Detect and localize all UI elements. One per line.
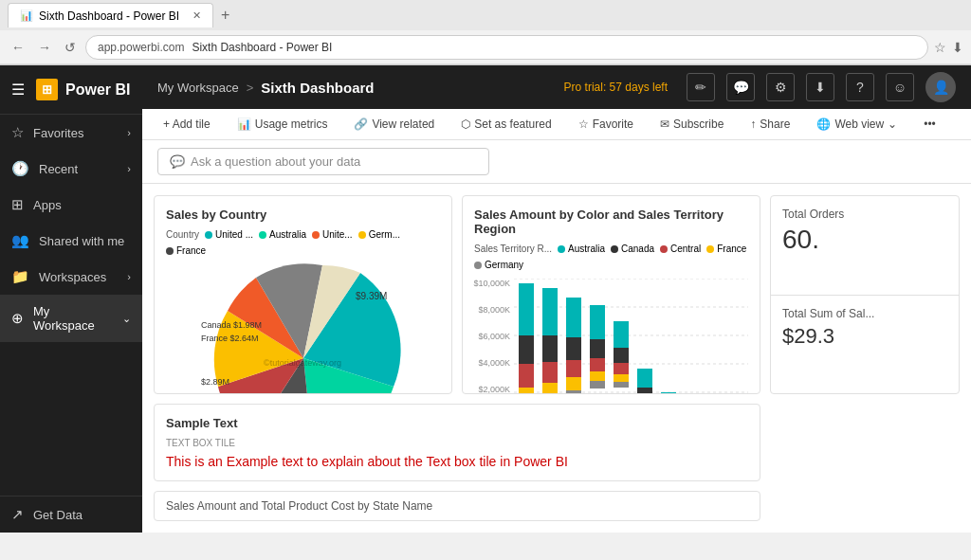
address-bar[interactable]: app.powerbi.com Sixth Dashboard - Power … xyxy=(85,35,928,60)
breadcrumb-separator: > xyxy=(247,81,254,95)
total-orders-value: 60. xyxy=(782,225,947,255)
forward-button[interactable]: → xyxy=(34,36,55,59)
svg-rect-28 xyxy=(590,305,605,339)
browser-controls: ← → ↺ app.powerbi.com Sixth Dashboard - … xyxy=(0,30,971,64)
svg-rect-36 xyxy=(614,374,629,382)
sidebar-item-getdata[interactable]: ↗ Get Data xyxy=(0,496,142,533)
svg-text:$2.89M: $2.89M xyxy=(201,377,229,387)
favorites-icon: ☆ xyxy=(11,124,24,141)
bottom-chart-title: Sales Amount and Total Product Cost by S… xyxy=(166,499,432,513)
svg-text:©tutorialgateway.org: ©tutorialgateway.org xyxy=(264,358,341,368)
tab-title: Sixth Dashboard - Power BI xyxy=(39,9,179,23)
svg-rect-38 xyxy=(637,369,652,388)
sidebar-item-favorites[interactable]: ☆ Favorites › xyxy=(0,115,142,151)
bar-chart-tile: Sales Amount by Color and Sales Territor… xyxy=(462,195,760,394)
sidebar-item-workspaces[interactable]: 📁 Workspaces › xyxy=(0,259,142,295)
tab-close-button[interactable]: ✕ xyxy=(192,9,201,22)
share-button[interactable]: ↑ Share xyxy=(744,115,796,134)
url-domain: app.powerbi.com xyxy=(98,41,184,54)
svg-rect-35 xyxy=(614,363,629,374)
sidebar-item-shared[interactable]: 👥 Shared with me xyxy=(0,223,142,259)
qa-input[interactable]: 💬 Ask a question about your data xyxy=(157,148,489,175)
view-related-button[interactable]: 🔗 View related xyxy=(348,115,440,134)
subscribe-button[interactable]: ✉ Subscribe xyxy=(654,115,729,134)
bottom-chart-title-tile: Sales Amount and Total Product Cost by S… xyxy=(154,491,760,521)
chevron-icon: ⌄ xyxy=(122,313,131,325)
legend-item-france: France xyxy=(166,245,206,256)
usage-metrics-button[interactable]: 📊 Usage metrics xyxy=(231,115,334,134)
refresh-button[interactable]: ↺ xyxy=(61,36,80,59)
feedback-button[interactable]: ☺ xyxy=(886,73,914,101)
new-tab-button[interactable]: + xyxy=(217,7,233,24)
active-tab[interactable]: 📊 Sixth Dashboard - Power BI ✕ xyxy=(8,3,213,27)
comment-button[interactable]: 💬 xyxy=(726,73,755,101)
hamburger-menu[interactable]: ☰ xyxy=(8,77,28,102)
pie-chart-visual: $9.39M Australia $9.06M Canada $1.98M Fr… xyxy=(166,263,440,394)
download-button[interactable]: ⬇ xyxy=(952,40,963,55)
svg-rect-25 xyxy=(566,360,581,377)
dashboard-toolbar: + Add tile 📊 Usage metrics 🔗 View relate… xyxy=(142,109,971,140)
sidebar-item-myworkspace[interactable]: ⊕ My Workspace ⌄ xyxy=(0,295,142,342)
svg-rect-37 xyxy=(614,382,629,388)
favorite-button[interactable]: ☆ Favorite xyxy=(573,115,639,134)
bar-chart-area: $10,000K $8,000K $6,000K $4,000K $2,000K… xyxy=(474,274,748,394)
svg-rect-13 xyxy=(519,283,534,335)
getdata-icon: ↗ xyxy=(11,506,24,523)
sidebar-item-recent[interactable]: 🕐 Recent › xyxy=(0,151,142,187)
svg-rect-39 xyxy=(637,388,652,394)
pie-chart-tile: Sales by Country Country United ... Aust… xyxy=(154,195,452,394)
bar-legend: Sales Territory R... Australia Canada Ce… xyxy=(474,244,748,270)
pie-legend: Country United ... Australia Unite... Ge… xyxy=(166,229,440,256)
svg-rect-18 xyxy=(542,288,558,335)
legend-france-bar: France xyxy=(706,244,746,254)
breadcrumb-workspace[interactable]: My Workspace xyxy=(157,81,239,95)
svg-rect-43 xyxy=(661,392,676,394)
add-tile-button[interactable]: + Add tile xyxy=(157,115,216,134)
legend-item-australia: Australia xyxy=(259,229,306,240)
web-icon: 🌐 xyxy=(816,117,831,131)
recent-icon: 🕐 xyxy=(11,160,29,177)
edit-button[interactable]: ✏ xyxy=(687,73,715,101)
svg-rect-34 xyxy=(614,348,629,363)
svg-text:$9.39M: $9.39M xyxy=(356,291,387,301)
bookmark-button[interactable]: ☆ xyxy=(934,40,946,55)
legend-australia: Australia xyxy=(558,244,605,254)
tab-favicon: 📊 xyxy=(20,9,33,22)
chevron-icon: › xyxy=(127,163,131,174)
sidebar-item-apps[interactable]: ⊞ Apps xyxy=(0,187,142,223)
total-orders-label: Total Orders xyxy=(782,208,947,221)
bars-container: Black Red Silver Yellow Blue NA Multi Wh… xyxy=(514,274,748,394)
more-button[interactable]: ••• xyxy=(918,115,942,134)
qa-icon: 💬 xyxy=(170,154,185,169)
help-button[interactable]: ? xyxy=(846,73,874,101)
main-content: My Workspace > Sixth Dashboard Pro trial… xyxy=(142,65,971,533)
sidebar-label-myworkspace: My Workspace xyxy=(33,304,113,333)
sidebar-logo: ☰ ⊞ Power BI xyxy=(0,65,142,115)
sidebar-label-recent: Recent xyxy=(39,162,118,176)
sidebar-label-workspaces: Workspaces xyxy=(39,270,118,284)
tab-bar: 📊 Sixth Dashboard - Power BI ✕ + xyxy=(0,0,971,30)
legend-item-unite2: Unite... xyxy=(312,229,353,240)
settings-button[interactable]: ⚙ xyxy=(766,73,795,101)
download-button[interactable]: ⬇ xyxy=(806,73,834,101)
browser-chrome: 📊 Sixth Dashboard - Power BI ✕ + ← → ↺ a… xyxy=(0,0,971,65)
powerbi-app: ☰ ⊞ Power BI ☆ Favorites › 🕐 Recent › ⊞ … xyxy=(0,65,971,533)
set-featured-button[interactable]: ⬡ Set as featured xyxy=(455,115,557,134)
svg-rect-26 xyxy=(566,377,581,390)
trial-text: Pro trial: 57 days left xyxy=(564,81,668,94)
profile-button[interactable]: 👤 xyxy=(925,72,956,102)
web-view-button[interactable]: 🌐 Web view ⌄ xyxy=(811,115,903,134)
svg-text:Canada $1.98M: Canada $1.98M xyxy=(201,320,262,330)
svg-rect-21 xyxy=(542,383,558,394)
legend-germany-bar: Germany xyxy=(474,260,523,270)
svg-rect-19 xyxy=(542,335,558,362)
metrics-icon: 📊 xyxy=(237,117,251,131)
qa-bar: 💬 Ask a question about your data xyxy=(142,140,971,184)
logo-icon: ⊞ xyxy=(36,79,58,100)
totals-tile: Total Orders 60. Total Sum of Sal... $29… xyxy=(770,195,960,394)
legend-item-germany: Germ... xyxy=(358,229,400,240)
text-tile-subtitle: TEXT BOX TILE xyxy=(166,438,748,448)
back-button[interactable]: ← xyxy=(8,36,28,59)
apps-icon: ⊞ xyxy=(11,196,24,213)
chevron-icon: › xyxy=(127,127,131,138)
